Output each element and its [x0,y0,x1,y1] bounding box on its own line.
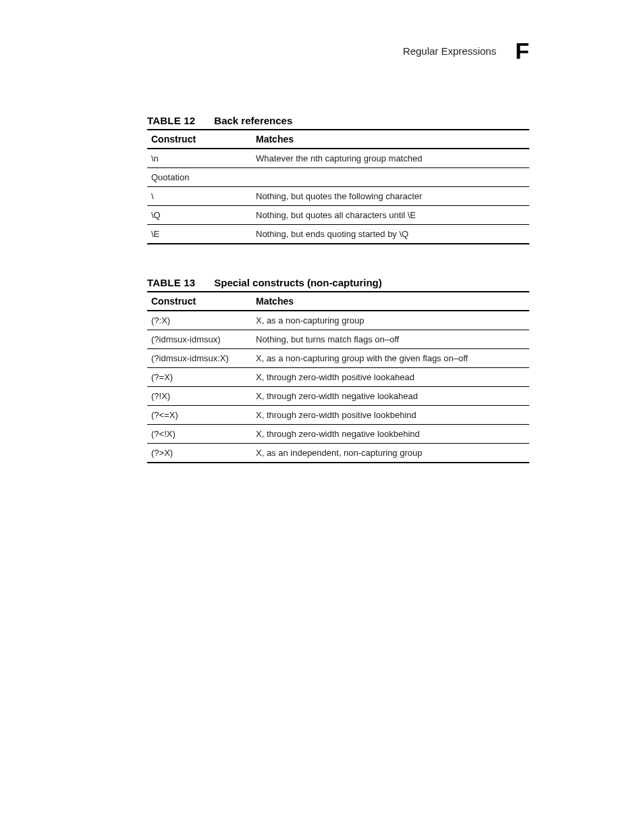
table-row: (?:X) X, as a non-capturing group [147,311,529,330]
cell-matches: X, through zero-width positive lookahead [252,368,529,387]
table-caption: TABLE 12 Back references [147,115,529,129]
table-row: (?idmsux-idmsux:X) X, as a non-capturing… [147,349,529,368]
table-row: (?<!X) X, through zero-width negative lo… [147,425,529,444]
table-special-constructs: Construct Matches (?:X) X, as a non-capt… [147,291,529,463]
table-row: (?idmsux-idmsux) Nothing, but turns matc… [147,330,529,349]
table-number: TABLE 13 [147,277,195,288]
table-header-row: Construct Matches [147,130,529,149]
column-header-construct: Construct [147,130,252,149]
cell-construct: (?>X) [147,444,252,463]
cell-matches [252,168,529,187]
table-caption: TABLE 13 Special constructs (non-capturi… [147,277,529,291]
cell-construct: (?=X) [147,368,252,387]
table-row: (?<=X) X, through zero-width positive lo… [147,406,529,425]
column-header-matches: Matches [252,130,529,149]
table-row: \ Nothing, but quotes the following char… [147,187,529,206]
cell-construct: \E [147,225,252,244]
page-header-title: Regular Expressions [403,45,496,57]
cell-matches: X, through zero-width negative lookbehin… [252,425,529,444]
table-back-references: Construct Matches \n Whatever the nth ca… [147,129,529,244]
cell-matches: Nothing, but ends quoting started by \Q [252,225,529,244]
table-title: Special constructs (non-capturing) [214,277,381,288]
cell-matches: Nothing, but quotes all characters until… [252,206,529,225]
cell-construct: (?<!X) [147,425,252,444]
cell-matches: X, through zero-width negative lookahead [252,387,529,406]
column-header-construct: Construct [147,292,252,311]
table-title: Back references [214,115,292,126]
cell-construct: (?idmsux-idmsux) [147,330,252,349]
page-header: Regular Expressions F [147,39,529,62]
cell-matches: Whatever the nth capturing group matched [252,149,529,168]
table-row: (?=X) X, through zero-width positive loo… [147,368,529,387]
cell-construct: Quotation [147,168,252,187]
table-row: (?>X) X, as an independent, non-capturin… [147,444,529,463]
cell-construct: \ [147,187,252,206]
table-row: (?!X) X, through zero-width negative loo… [147,387,529,406]
cell-matches: X, through zero-width positive lookbehin… [252,406,529,425]
table-row: \n Whatever the nth capturing group matc… [147,149,529,168]
cell-construct: \n [147,149,252,168]
cell-matches: X, as a non-capturing group with the giv… [252,349,529,368]
page-header-section-letter: F [515,39,529,62]
cell-matches: X, as an independent, non-capturing grou… [252,444,529,463]
table-block-12: TABLE 12 Back references Construct Match… [147,115,529,244]
cell-construct: \Q [147,206,252,225]
cell-construct: (?!X) [147,387,252,406]
table-header-row: Construct Matches [147,292,529,311]
table-block-13: TABLE 13 Special constructs (non-capturi… [147,277,529,463]
cell-construct: (?:X) [147,311,252,330]
cell-construct: (?idmsux-idmsux:X) [147,349,252,368]
table-row: Quotation [147,168,529,187]
cell-matches: Nothing, but quotes the following charac… [252,187,529,206]
table-number: TABLE 12 [147,115,195,126]
cell-matches: Nothing, but turns match flags on–off [252,330,529,349]
column-header-matches: Matches [252,292,529,311]
table-row: \Q Nothing, but quotes all characters un… [147,206,529,225]
table-row: \E Nothing, but ends quoting started by … [147,225,529,244]
cell-construct: (?<=X) [147,406,252,425]
cell-matches: X, as a non-capturing group [252,311,529,330]
